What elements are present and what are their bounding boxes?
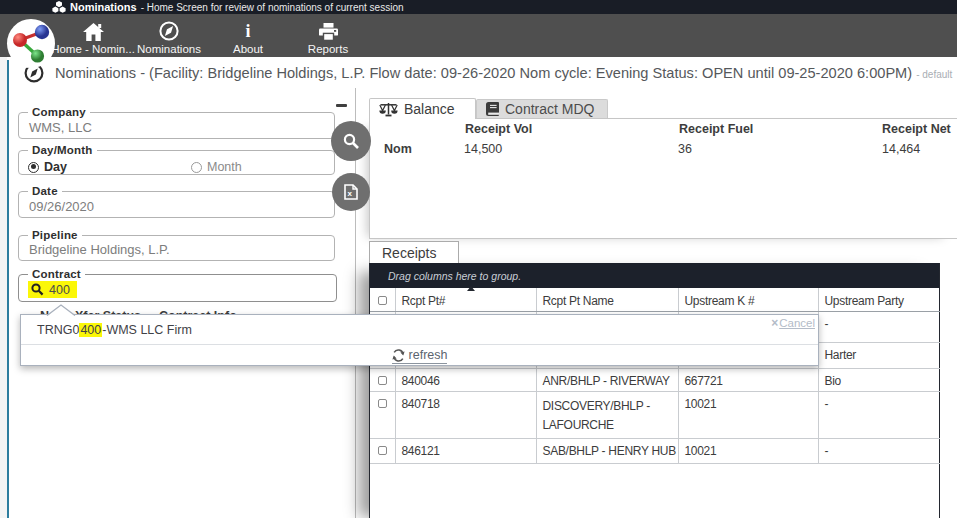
contract-field[interactable]: Contract 400 xyxy=(18,274,337,302)
autocomplete-item-highlight: 400 xyxy=(79,323,102,337)
nav-label-reports: Reports xyxy=(308,43,348,55)
left-gutter xyxy=(0,57,7,518)
page-title: Nominations - (Facility: Bridgeline Hold… xyxy=(55,65,952,81)
grid-group-hint: Drag columns here to group. xyxy=(388,270,521,282)
tab-contract-mdq-label: Contract MDQ xyxy=(505,101,594,117)
file-export-icon: x xyxy=(344,184,358,200)
col-header-upstream-party[interactable]: Upstream Party xyxy=(818,288,940,312)
pipeline-field[interactable]: Pipeline Bridgeline Holdings, L.P. xyxy=(18,235,335,261)
balance-receipt-net-value: 14,464 xyxy=(882,142,920,156)
date-field[interactable]: Date 09/26/2020 xyxy=(18,191,335,218)
refresh-label: refresh xyxy=(409,348,448,362)
page-title-text: Nominations - (Facility: Bridgeline Hold… xyxy=(55,65,912,81)
balance-col-receipt-net: Receipt Net xyxy=(882,122,951,136)
col-header-upstream-k[interactable]: Upstream K # xyxy=(678,288,818,312)
popup-separator xyxy=(21,344,818,345)
app-title: Nominations xyxy=(70,1,137,13)
refresh-icon xyxy=(392,349,405,362)
grid-row-3[interactable]: 840046 ANR/BHLP - RIVERWAY 667721 Bio xyxy=(370,369,940,392)
grid-row-4[interactable]: 840718 DISCOVERY/BHLP - LAFOURCHE 10021 … xyxy=(370,392,940,439)
search-icon xyxy=(31,283,44,296)
day-month-field: Day/Month Day Month xyxy=(18,150,335,175)
popup-callout-arrow xyxy=(46,304,76,316)
tab-receipts[interactable]: Receipts xyxy=(369,241,459,263)
autocomplete-item[interactable]: TRNG0400-WMS LLC Firm xyxy=(37,323,192,337)
receipts-grid: Drag columns here to group. Rcpt Pt# Rcp… xyxy=(369,263,940,518)
svg-text:x: x xyxy=(347,189,352,198)
company-field[interactable]: Company WMS, LLC xyxy=(18,112,335,139)
col-header-upstream-party-label: Upstream Party xyxy=(825,294,904,308)
book-icon xyxy=(486,102,499,116)
popup-cancel-button[interactable]: × Cancel xyxy=(771,316,815,330)
balance-scales-icon xyxy=(379,102,398,117)
balance-row-label: Nom xyxy=(384,142,412,156)
molecule-logo-icon xyxy=(7,19,55,68)
day-month-label: Day/Month xyxy=(28,144,97,156)
balance-col-receipt-fuel: Receipt Fuel xyxy=(679,122,753,136)
autocomplete-item-suffix: -WMS LLC Firm xyxy=(102,323,192,337)
select-all-checkbox[interactable] xyxy=(378,296,387,305)
grid-group-bar[interactable]: Drag columns here to group. xyxy=(370,263,939,288)
window-title-bar: Nominations - Home Screen for review of … xyxy=(0,0,957,14)
balance-receipt-vol-value: 14,500 xyxy=(464,142,502,156)
pipeline-label: Pipeline xyxy=(28,229,82,241)
date-label: Date xyxy=(28,185,62,197)
tab-balance[interactable]: Balance xyxy=(369,98,476,119)
printer-icon xyxy=(319,20,338,41)
col-header-rcpt-pt-label: Rcpt Pt# xyxy=(402,294,446,308)
refresh-link[interactable]: refresh xyxy=(392,348,448,364)
cubes-icon xyxy=(52,1,66,13)
tab-balance-label: Balance xyxy=(404,101,455,117)
col-header-rcpt-pt-name-label: Rcpt Pt Name xyxy=(543,294,614,308)
col-header-upstream-k-label: Upstream K # xyxy=(685,294,755,308)
collapse-panel-button[interactable] xyxy=(336,104,347,107)
app-logo[interactable] xyxy=(7,19,55,68)
balance-receipt-fuel-value: 36 xyxy=(678,142,692,156)
tab-contract-mdq[interactable]: Contract MDQ xyxy=(476,99,608,118)
date-value: 09/26/2020 xyxy=(29,199,94,214)
nav-item-reports[interactable]: Reports xyxy=(273,20,383,55)
row-checkbox[interactable] xyxy=(378,376,387,385)
radio-month-label: Month xyxy=(207,160,242,174)
col-header-rcpt-pt-name[interactable]: Rcpt Pt Name xyxy=(536,288,678,312)
autocomplete-item-prefix: TRNG0 xyxy=(37,323,79,337)
company-label: Company xyxy=(28,106,90,118)
contract-search-highlight: 400 xyxy=(28,281,77,298)
cancel-label: Cancel xyxy=(779,317,815,329)
main-nav-bar: Home - Nomin... Nominations i About xyxy=(0,14,957,57)
content-left-border xyxy=(7,60,9,518)
search-fab-button[interactable] xyxy=(331,121,371,161)
cancel-x-icon: × xyxy=(771,316,778,330)
search-fab-icon xyxy=(343,133,360,150)
nominations-app-window: Nominations - Home Screen for review of … xyxy=(0,0,957,518)
contract-label: Contract xyxy=(28,268,85,280)
radio-month-circle xyxy=(191,162,202,173)
contract-autocomplete-popup: TRNG0400-WMS LLC Firm × Cancel refresh xyxy=(20,314,819,366)
info-icon: i xyxy=(245,20,250,41)
company-value: WMS, LLC xyxy=(29,120,92,135)
page-header: Nominations - (Facility: Bridgeline Hold… xyxy=(0,62,957,86)
radio-day-circle xyxy=(28,162,39,173)
radio-day-label: Day xyxy=(44,160,67,174)
balance-panel: Receipt Vol Receipt Fuel Receipt Net Nom… xyxy=(369,118,957,239)
app-subtitle: - Home Screen for review of nominations … xyxy=(141,2,404,13)
radio-month[interactable]: Month xyxy=(191,160,242,174)
balance-col-receipt-vol: Receipt Vol xyxy=(465,122,532,136)
nav-label-about: About xyxy=(233,43,263,55)
col-header-rcpt-pt[interactable]: Rcpt Pt# xyxy=(395,288,536,312)
compass-icon xyxy=(159,20,179,41)
nav-label-nominations: Nominations xyxy=(137,43,201,55)
grid-header-row: Rcpt Pt# Rcpt Pt Name Upstream K # Upstr… xyxy=(370,288,940,312)
home-icon xyxy=(83,20,104,41)
radio-day[interactable]: Day xyxy=(28,160,67,174)
contract-search-text[interactable]: 400 xyxy=(49,283,70,297)
row-checkbox[interactable] xyxy=(378,446,387,455)
grid-row-5[interactable]: 846121 SAB/BHLP - HENRY HUB 10021 - xyxy=(370,439,940,464)
sort-asc-icon xyxy=(467,286,475,291)
page-title-suffix: - default xyxy=(916,69,952,80)
select-all-cell xyxy=(370,288,395,312)
export-file-fab-button[interactable]: x xyxy=(332,173,370,211)
pipeline-value: Bridgeline Holdings, L.P. xyxy=(29,242,170,257)
row-checkbox[interactable] xyxy=(378,399,387,408)
tab-receipts-label: Receipts xyxy=(382,245,436,261)
